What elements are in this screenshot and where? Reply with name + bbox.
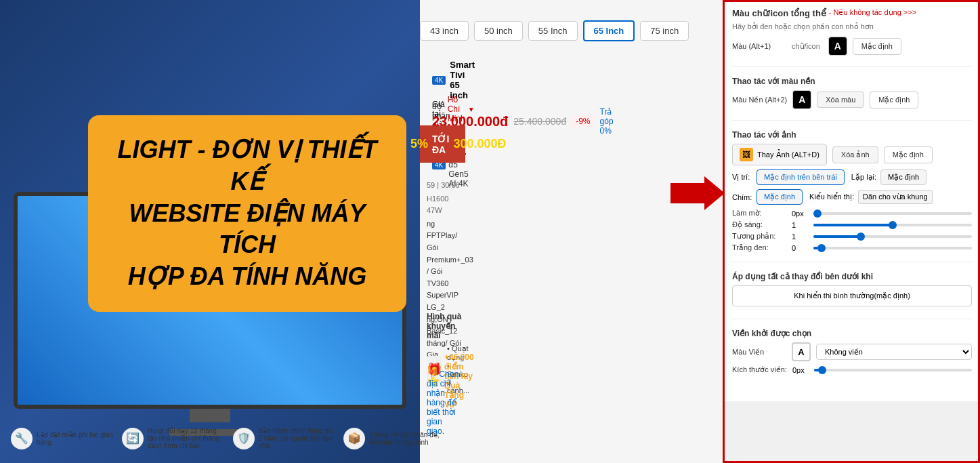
blur-slider[interactable] (813, 212, 972, 215)
install-icon: 🔧 (11, 428, 33, 449)
installment: Trả góp 0% (600, 107, 614, 136)
replace-image-label: Thay Ảnh (ALT+D) (757, 150, 819, 159)
service-box: 📦 Thùng tivi có: Chân đế, Remote thông m… (343, 427, 448, 449)
image-default-btn[interactable]: Mặc định (884, 146, 933, 163)
size-50[interactable]: 50 inch (474, 21, 523, 41)
service-install: 🔧 Lắp đặt miễn phí lúc giao hàng (11, 427, 115, 449)
bg-section: Thao tác với màu nền Màu Nền (Alt+2) A X… (732, 77, 972, 121)
panel-main-title: Màu chữ/icon tổng thể (732, 8, 826, 18)
border-color-swatch[interactable]: A (792, 342, 811, 361)
service-warranty-text: Bảo hành chính hãng tivi 2 năm, có người… (259, 427, 337, 449)
service-install-text: Lắp đặt miễn phí lúc giao hàng (37, 431, 115, 446)
banner-text: LIGHT - ĐƠN VỊ THIẾT KẾ WEBSITE ĐIỆN MÁY… (110, 134, 385, 293)
feature-1: ng FPTPlay/ Gói Premium+_03 (427, 218, 462, 266)
bw-label: Trắng đen: (732, 243, 786, 252)
contrast-slider[interactable] (813, 235, 972, 238)
size-65[interactable]: 65 Inch (583, 20, 635, 41)
image-icon: 🖼 (740, 148, 753, 161)
trim-label: Chím: (732, 193, 752, 201)
location-row: 📍 Chọn địa chỉ nhận hàng để biết thời gi… (427, 369, 462, 436)
image-title: Thao tác với ảnh (732, 130, 972, 140)
product-image-area: LIGHT - ĐƠN VỊ THIẾT KẾ WEBSITE ĐIỆN MÁY… (0, 0, 420, 463)
replace-image-btn[interactable]: 🖼 Thay Ảnh (ALT+D) (732, 144, 827, 165)
price-old: 25.400.000đ (513, 116, 566, 127)
size-selector: 43 inch 50 inch 55 Inch 65 Inch 75 inch (420, 20, 689, 41)
exchange-icon: 🔄 (122, 428, 144, 449)
brightness-label: Độ sáng: (732, 220, 786, 229)
warranty-icon: 🛡️ (233, 428, 255, 449)
border-section: Viền khởi được chọn Màu Viền A Không viề… (732, 329, 972, 384)
date-text: 59 | 30/06 (427, 180, 462, 192)
bw-value: 0 (792, 244, 808, 252)
chevron-down-icon[interactable]: ▼ (468, 106, 475, 113)
bg-clear-btn[interactable]: Xóa màu (817, 92, 864, 108)
image-section: Thao tác với ảnh 🖼 Thay Ảnh (ALT+D) Xóa … (732, 130, 972, 262)
model-text: H1600 47W (427, 193, 462, 217)
promo-banner: NHẬN NGAY MÃ GIẢM 5% TỚI ĐA 300.000Đ (420, 125, 465, 163)
svg-marker-0 (670, 176, 723, 210)
contrast-label: Tương phản: (732, 232, 786, 241)
promo-percent: 5% (410, 137, 428, 151)
location-pin-icon: 📍 (427, 369, 437, 379)
bg-color-swatch[interactable]: A (792, 90, 811, 109)
position-label: Vị trí: (732, 173, 752, 182)
color-swatch-text[interactable]: A (828, 37, 847, 56)
service-exchange: 🔄 Hư gì đổi nấy 12 tháng tận nhà (miễn p… (122, 427, 226, 449)
size-75[interactable]: 75 inch (640, 21, 689, 41)
apply-section: Áp dụng tất cả thay đổi bên dưới khi Khi… (732, 272, 972, 319)
gift-title: Hình quà khuyến mãi (427, 312, 462, 340)
loop-default-btn[interactable]: Mặc định (880, 169, 926, 185)
brightness-slider[interactable] (813, 224, 972, 226)
bg-default-btn[interactable]: Mặc định (870, 92, 918, 108)
editor-panel: Màu chữ/icon tổng thể - Nếu không tác dụ… (723, 0, 980, 401)
bg-title: Thao tác với màu nền (732, 77, 972, 86)
resolution-badge: 4K (432, 76, 446, 85)
service-warranty: 🛡️ Bảo hành chính hãng tivi 2 năm, có ng… (233, 427, 337, 449)
color-section: Màu chữ/icon tổng thể - Nếu không tác dụ… (732, 8, 972, 67)
apply-btn[interactable]: Khi hiển thi bình thường(mặc định) (732, 285, 972, 306)
bw-slider[interactable] (813, 247, 972, 249)
size-55[interactable]: 55 Inch (528, 21, 578, 41)
promo-amount: 300.000Đ (453, 137, 506, 151)
trim-default-btn[interactable]: Mặc định (757, 189, 803, 205)
panel-main-subtitle: - Nếu không tác dụng >>> (829, 8, 916, 17)
border-color-label: Màu Viền (732, 348, 786, 357)
color-label: Màu (Alt+1) (732, 42, 786, 50)
brightness-value: 1 (792, 221, 808, 229)
product-title: Smart Tivi 65 inch (450, 60, 475, 100)
blur-label: Làm mờ: (732, 209, 786, 218)
service-exchange-text: Hư gì đổi nấy 12 tháng tận nhà (miễn phí… (148, 427, 226, 449)
color-default-btn[interactable]: Mặc định (853, 38, 901, 55)
border-title: Viền khởi được chọn (732, 329, 972, 338)
panel-hint: Hãy bởi đen hoặc chọn phần con nhỏ hơn (732, 22, 972, 31)
contrast-value: 1 (792, 233, 808, 241)
editor-panel-wrapper: Màu chữ/icon tổng thể - Nếu không tác dụ… (723, 0, 980, 463)
position-default-btn[interactable]: Mặc định trên bên trái (757, 169, 845, 185)
services-row: 🔧 Lắp đặt miễn phí lúc giao hàng 🔄 Hư gì… (0, 427, 459, 449)
yellow-banner: LIGHT - ĐƠN VỊ THIẾT KẾ WEBSITE ĐIỆN MÁY… (88, 115, 406, 312)
apply-title: Áp dụng tất cả thay đổi bên dưới khi (732, 272, 972, 281)
border-size-value: 0px (792, 366, 809, 374)
loop-label: Lặp lại: (851, 173, 876, 182)
display-label: Kiểu hiển thị: (809, 193, 854, 201)
display-value: Dãn cho vừa khung (858, 190, 933, 204)
border-size-slider[interactable] (814, 369, 972, 371)
border-size-label: Kích thước viền: (732, 365, 787, 374)
red-arrow (670, 176, 723, 210)
icon-label: chữ/icon (792, 42, 820, 51)
blur-value: 0px (792, 209, 808, 218)
size-43[interactable]: 43 inch (420, 21, 469, 41)
bg-label: Màu Nền (Alt+2) (732, 96, 787, 104)
box-icon: 📦 (343, 428, 365, 449)
feature-2: / Gói TV360 SuperVIP LG_2 (427, 266, 462, 313)
image-clear-btn[interactable]: Xóa ảnh (832, 146, 878, 163)
location-text: Chọn địa chỉ nhận hàng để biết thời gian… (427, 369, 459, 436)
service-box-text: Thùng tivi có: Chân đế, Remote thông min… (369, 431, 448, 446)
price-discount: -9% (572, 115, 594, 127)
border-style-select[interactable]: Không viền (816, 344, 972, 360)
